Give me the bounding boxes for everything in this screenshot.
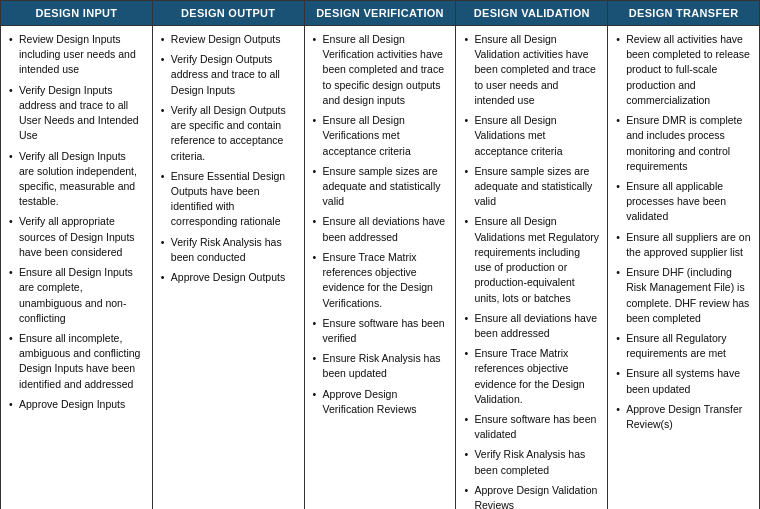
list-item: Ensure all Regulatory requirements are m… xyxy=(616,331,751,361)
list-item: Ensure sample sizes are adequate and sta… xyxy=(464,164,599,210)
list-item: Ensure all Design Inputs are complete, u… xyxy=(9,265,144,326)
list-item: Ensure Essential Design Outputs have bee… xyxy=(161,169,296,230)
list-item: Ensure all deviations have been addresse… xyxy=(464,311,599,341)
list-item: Ensure all Design Verification activitie… xyxy=(313,32,448,108)
header-cell-design-validation: Design Validation xyxy=(456,1,608,26)
list-item: Ensure Risk Analysis has been updated xyxy=(313,351,448,381)
list-item: Review all activities have been complete… xyxy=(616,32,751,108)
body-cell-design-output: Review Design OutputsVerify Design Outpu… xyxy=(153,26,305,509)
list-item: Ensure software has been validated xyxy=(464,412,599,442)
list-item: Ensure all suppliers are on the approved… xyxy=(616,230,751,260)
body-cell-design-validation: Ensure all Design Validation activities … xyxy=(456,26,608,509)
list-item: Ensure Trace Matrix references objective… xyxy=(313,250,448,311)
list-item: Ensure sample sizes are adequate and sta… xyxy=(313,164,448,210)
list-item: Ensure software has been verified xyxy=(313,316,448,346)
table-body-row: Review Design Inputs including user need… xyxy=(1,26,759,509)
list-item: Ensure DMR is complete and includes proc… xyxy=(616,113,751,174)
list-item: Ensure all deviations have been addresse… xyxy=(313,214,448,244)
list-item: Review Design Outputs xyxy=(161,32,296,47)
header-cell-design-input: Design Input xyxy=(1,1,153,26)
header-cell-design-output: Design Output xyxy=(153,1,305,26)
design-control-table: Design InputDesign OutputDesign Verifica… xyxy=(0,0,760,509)
list-item: Approve Design Inputs xyxy=(9,397,144,412)
body-cell-design-input: Review Design Inputs including user need… xyxy=(1,26,153,509)
list-item: Review Design Inputs including user need… xyxy=(9,32,144,78)
list-item: Ensure all systems have been updated xyxy=(616,366,751,396)
list-item: Verify Risk Analysis has been conducted xyxy=(161,235,296,265)
list-item: Approve Design Verification Reviews xyxy=(313,387,448,417)
body-cell-design-transfer: Review all activities have been complete… xyxy=(608,26,759,509)
list-item: Ensure Trace Matrix references objective… xyxy=(464,346,599,407)
list-item: Ensure all applicable processes have bee… xyxy=(616,179,751,225)
list-item: Ensure DHF (including Risk Management Fi… xyxy=(616,265,751,326)
header-cell-design-transfer: Design Transfer xyxy=(608,1,759,26)
list-item: Ensure all Design Validations met Regula… xyxy=(464,214,599,305)
list-item: Approve Design Transfer Review(s) xyxy=(616,402,751,432)
table-header-row: Design InputDesign OutputDesign Verifica… xyxy=(1,1,759,26)
list-item: Verify Design Inputs address and trace t… xyxy=(9,83,144,144)
list-item: Ensure all Design Validations met accept… xyxy=(464,113,599,159)
list-item: Ensure all incomplete, ambiguous and con… xyxy=(9,331,144,392)
list-item: Verify Risk Analysis has been completed xyxy=(464,447,599,477)
header-cell-design-verification: Design Verification xyxy=(305,1,457,26)
list-item: Ensure all Design Validation activities … xyxy=(464,32,599,108)
list-item: Verify all appropriate sources of Design… xyxy=(9,214,144,260)
list-item: Verify all Design Outputs are specific a… xyxy=(161,103,296,164)
list-item: Verify all Design Inputs are solution in… xyxy=(9,149,144,210)
list-item: Approve Design Outputs xyxy=(161,270,296,285)
list-item: Approve Design Validation Reviews xyxy=(464,483,599,509)
body-cell-design-verification: Ensure all Design Verification activitie… xyxy=(305,26,457,509)
list-item: Verify Design Outputs address and trace … xyxy=(161,52,296,98)
list-item: Ensure all Design Verifications met acce… xyxy=(313,113,448,159)
